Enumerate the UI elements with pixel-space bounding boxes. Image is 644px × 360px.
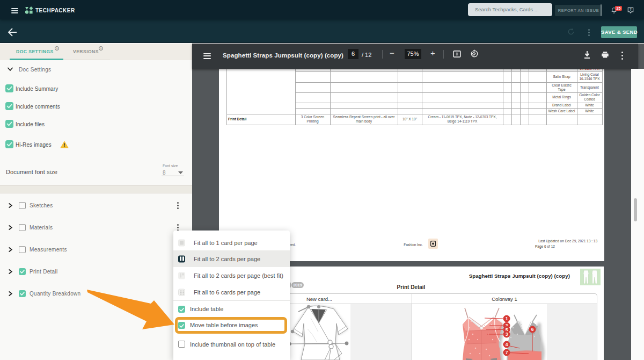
svg-text:3: 3 (506, 332, 508, 337)
svg-text:4: 4 (506, 342, 508, 347)
svg-text:?: ? (630, 8, 632, 11)
svg-text:1: 1 (506, 316, 508, 321)
svg-text:6: 6 (531, 327, 534, 332)
svg-text:7: 7 (506, 350, 508, 355)
